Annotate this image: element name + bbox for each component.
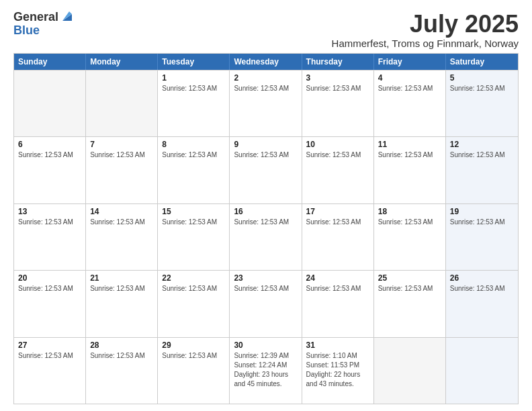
cal-cell-w4-d1: 20Sunrise: 12:53 AM <box>14 271 86 336</box>
day-info: Sunrise: 12:53 AM <box>450 218 514 227</box>
day-info: Sunrise: 12:53 AM <box>18 284 81 293</box>
cal-cell-w4-d3: 22Sunrise: 12:53 AM <box>158 271 230 336</box>
cal-cell-w5-d5: 31Sunrise: 1:10 AM Sunset: 11:53 PM Dayl… <box>302 338 374 404</box>
cal-cell-w2-d2: 7Sunrise: 12:53 AM <box>86 137 158 203</box>
cal-cell-w3-d2: 14Sunrise: 12:53 AM <box>86 204 158 270</box>
logo-text: General Blue <box>13 11 75 38</box>
day-number: 4 <box>378 73 441 83</box>
day-number: 21 <box>90 273 153 283</box>
week-row-3: 13Sunrise: 12:53 AM14Sunrise: 12:53 AM15… <box>14 203 518 270</box>
day-info: Sunrise: 12:53 AM <box>306 150 369 160</box>
day-number: 12 <box>450 140 514 149</box>
day-number: 3 <box>306 73 369 83</box>
day-info: Sunrise: 12:53 AM <box>450 84 514 93</box>
cal-cell-w3-d7: 19Sunrise: 12:53 AM <box>446 204 518 270</box>
day-number: 26 <box>450 273 514 283</box>
day-number: 15 <box>162 207 225 216</box>
title-block: July 2025 Hammerfest, Troms og Finnmark,… <box>332 11 519 49</box>
cal-cell-w4-d6: 25Sunrise: 12:53 AM <box>374 271 446 336</box>
day-number: 1 <box>162 73 225 83</box>
day-number: 29 <box>162 340 225 350</box>
cal-cell-w5-d4: 30Sunrise: 12:39 AM Sunset: 12:24 AM Day… <box>230 338 302 404</box>
calendar-body: 1Sunrise: 12:53 AM2Sunrise: 12:53 AM3Sun… <box>14 70 518 404</box>
header: General Blue July 2025 Hammerfest, Troms… <box>13 11 519 49</box>
header-friday: Friday <box>374 54 446 70</box>
day-number: 13 <box>18 207 81 216</box>
cal-cell-w5-d6 <box>374 338 446 404</box>
day-number: 18 <box>378 207 441 216</box>
day-info: Sunrise: 12:53 AM <box>378 150 441 160</box>
day-info: Sunrise: 12:53 AM <box>306 218 369 227</box>
day-info: Sunrise: 12:53 AM <box>378 218 441 227</box>
cal-cell-w4-d5: 24Sunrise: 12:53 AM <box>302 271 374 336</box>
logo-icon <box>60 9 75 24</box>
cal-cell-w2-d5: 10Sunrise: 12:53 AM <box>302 137 374 203</box>
cal-cell-w3-d3: 15Sunrise: 12:53 AM <box>158 204 230 270</box>
day-info: Sunrise: 12:53 AM <box>306 84 369 93</box>
day-number: 30 <box>234 340 297 350</box>
cal-cell-w3-d6: 18Sunrise: 12:53 AM <box>374 204 446 270</box>
day-info: Sunrise: 12:53 AM <box>90 351 153 361</box>
day-info: Sunrise: 12:53 AM <box>162 351 225 361</box>
day-number: 28 <box>90 340 153 350</box>
cal-cell-w2-d4: 9Sunrise: 12:53 AM <box>230 137 302 203</box>
day-number: 14 <box>90 207 153 216</box>
day-info: Sunrise: 12:39 AM Sunset: 12:24 AM Dayli… <box>234 351 297 389</box>
week-row-1: 1Sunrise: 12:53 AM2Sunrise: 12:53 AM3Sun… <box>14 70 518 136</box>
week-row-2: 6Sunrise: 12:53 AM7Sunrise: 12:53 AM8Sun… <box>14 136 518 203</box>
cal-cell-w2-d3: 8Sunrise: 12:53 AM <box>158 137 230 203</box>
day-number: 19 <box>450 207 514 216</box>
location: Hammerfest, Troms og Finnmark, Norway <box>332 38 519 49</box>
day-info: Sunrise: 12:53 AM <box>18 218 81 227</box>
day-number: 8 <box>162 140 225 149</box>
cal-cell-w1-d5: 3Sunrise: 12:53 AM <box>302 71 374 136</box>
cal-cell-w1-d6: 4Sunrise: 12:53 AM <box>374 71 446 136</box>
header-sunday: Sunday <box>14 54 86 70</box>
day-number: 20 <box>18 273 81 283</box>
day-info: Sunrise: 12:53 AM <box>162 218 225 227</box>
cal-cell-w1-d3: 1Sunrise: 12:53 AM <box>158 71 230 136</box>
cal-cell-w5-d1: 27Sunrise: 12:53 AM <box>14 338 86 404</box>
calendar-page: General Blue July 2025 Hammerfest, Troms… <box>0 0 532 411</box>
day-number: 9 <box>234 140 297 149</box>
day-number: 25 <box>378 273 441 283</box>
day-number: 2 <box>234 73 297 83</box>
day-info: Sunrise: 12:53 AM <box>162 284 225 293</box>
day-number: 23 <box>234 273 297 283</box>
day-info: Sunrise: 12:53 AM <box>90 150 153 160</box>
header-wednesday: Wednesday <box>230 54 302 70</box>
day-info: Sunrise: 12:53 AM <box>18 150 81 160</box>
day-number: 11 <box>378 140 441 149</box>
cal-cell-w2-d6: 11Sunrise: 12:53 AM <box>374 137 446 203</box>
cal-cell-w5-d7 <box>446 338 518 404</box>
calendar-header-row: Sunday Monday Tuesday Wednesday Thursday… <box>14 54 518 70</box>
cal-cell-w3-d1: 13Sunrise: 12:53 AM <box>14 204 86 270</box>
day-info: Sunrise: 12:53 AM <box>18 351 81 361</box>
cal-cell-w1-d4: 2Sunrise: 12:53 AM <box>230 71 302 136</box>
day-info: Sunrise: 12:53 AM <box>378 84 441 93</box>
day-info: Sunrise: 12:53 AM <box>162 84 225 93</box>
logo: General Blue <box>13 11 75 38</box>
day-info: Sunrise: 1:10 AM Sunset: 11:53 PM Daylig… <box>306 351 369 389</box>
cal-cell-w2-d1: 6Sunrise: 12:53 AM <box>14 137 86 203</box>
cal-cell-w4-d7: 26Sunrise: 12:53 AM <box>446 271 518 336</box>
cal-cell-w1-d7: 5Sunrise: 12:53 AM <box>446 71 518 136</box>
calendar: Sunday Monday Tuesday Wednesday Thursday… <box>13 53 519 404</box>
header-monday: Monday <box>86 54 158 70</box>
header-tuesday: Tuesday <box>158 54 230 70</box>
day-number: 7 <box>90 140 153 149</box>
day-number: 10 <box>306 140 369 149</box>
day-info: Sunrise: 12:53 AM <box>450 150 514 160</box>
day-info: Sunrise: 12:53 AM <box>234 284 297 293</box>
day-info: Sunrise: 12:53 AM <box>90 218 153 227</box>
cal-cell-w1-d1 <box>14 71 86 136</box>
cal-cell-w5-d3: 29Sunrise: 12:53 AM <box>158 338 230 404</box>
header-saturday: Saturday <box>446 54 518 70</box>
day-number: 6 <box>18 140 81 149</box>
cal-cell-w5-d2: 28Sunrise: 12:53 AM <box>86 338 158 404</box>
day-info: Sunrise: 12:53 AM <box>234 218 297 227</box>
day-info: Sunrise: 12:53 AM <box>90 284 153 293</box>
day-info: Sunrise: 12:53 AM <box>306 284 369 293</box>
month-title: July 2025 <box>332 11 519 38</box>
day-info: Sunrise: 12:53 AM <box>162 150 225 160</box>
